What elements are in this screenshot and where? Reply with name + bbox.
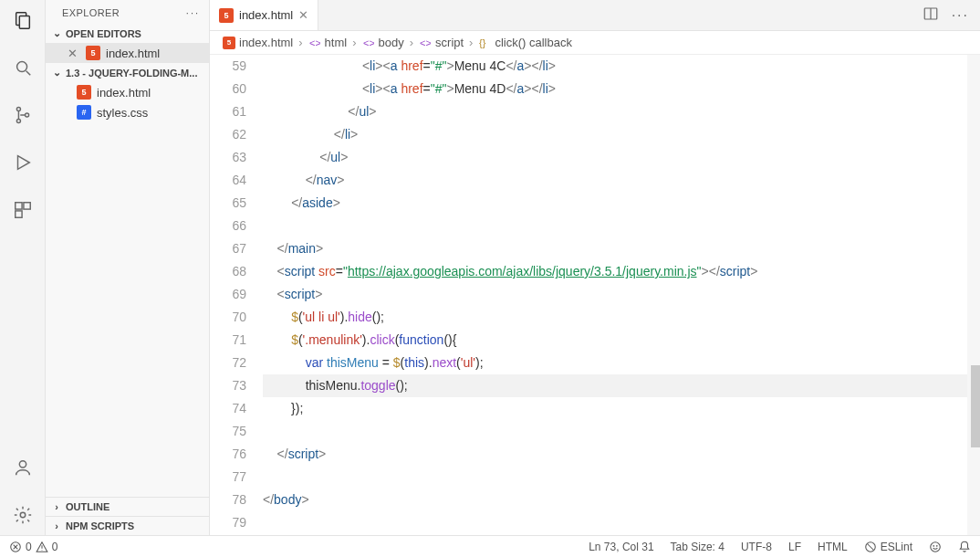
close-icon[interactable]: ✕ — [68, 47, 78, 60]
svg-text:<>: <> — [420, 37, 431, 48]
tag-symbol-icon: <> — [362, 37, 375, 49]
status-encoding[interactable]: UTF-8 — [741, 541, 772, 553]
svg-line-25 — [867, 543, 873, 550]
status-notifications-icon[interactable] — [958, 541, 971, 553]
svg-point-27 — [933, 545, 934, 546]
svg-point-2 — [16, 62, 26, 72]
explorer-icon[interactable] — [10, 7, 36, 33]
account-icon[interactable] — [10, 455, 36, 480]
tag-symbol-icon: <> — [308, 37, 321, 49]
search-icon[interactable] — [10, 55, 36, 80]
editor-tab[interactable]: 5 index.html ✕ — [210, 0, 318, 30]
svg-rect-10 — [15, 211, 21, 217]
breadcrumb-item[interactable]: <> body — [362, 36, 404, 49]
activity-bar — [0, 0, 46, 535]
code-line[interactable]: var thisMenu = $(this).next('ul'); — [263, 352, 967, 374]
code-line[interactable]: <script src="https://ajax.googleapis.com… — [263, 260, 967, 283]
code-line[interactable] — [263, 511, 967, 534]
chevron-right-icon: › — [51, 501, 62, 512]
html-file-icon: 5 — [86, 46, 100, 60]
open-editor-item[interactable]: ✕ 5 index.html — [46, 43, 209, 63]
css-file-icon: # — [77, 105, 91, 120]
folder-section[interactable]: ⌄ 1.3 - JQUERY-FOLDING-M... — [46, 63, 209, 82]
status-problems[interactable]: 0 0 — [9, 541, 57, 553]
code-line[interactable]: </nav> — [263, 169, 967, 192]
code-line[interactable] — [263, 466, 967, 489]
svg-rect-1 — [19, 16, 29, 28]
svg-text:<>: <> — [363, 37, 374, 48]
chevron-down-icon: ⌄ — [51, 27, 62, 39]
status-feedback-icon[interactable] — [929, 541, 942, 553]
file-tree-item[interactable]: # styles.css — [46, 102, 209, 122]
npm-scripts-label: NPM SCRIPTS — [66, 520, 134, 531]
code-line[interactable]: <li><a href="#">Menu 4C</a></li> — [263, 55, 967, 78]
tab-bar: 5 index.html ✕ ··· — [210, 0, 980, 31]
code-line[interactable] — [263, 420, 967, 443]
file-name: styles.css — [97, 106, 148, 120]
code-line[interactable]: </li> — [263, 123, 967, 146]
svg-marker-7 — [17, 156, 29, 170]
code-line[interactable]: </main> — [263, 237, 967, 260]
run-debug-icon[interactable] — [10, 150, 36, 175]
html-file-icon: 5 — [219, 8, 234, 23]
status-language[interactable]: HTML — [818, 541, 848, 553]
open-editor-filename: index.html — [106, 47, 160, 60]
status-bar: 0 0 Ln 73, Col 31 Tab Size: 4 UTF-8 LF H… — [0, 535, 980, 557]
svg-line-3 — [26, 71, 30, 76]
code-line[interactable]: </aside> — [263, 192, 967, 215]
status-cursor-position[interactable]: Ln 73, Col 31 — [589, 541, 653, 553]
explorer-more-icon[interactable]: ··· — [186, 7, 200, 18]
code-line[interactable]: $('ul li ul').hide(); — [263, 306, 967, 329]
svg-point-6 — [25, 113, 28, 117]
chevron-down-icon: ⌄ — [51, 67, 62, 79]
minimap[interactable] — [967, 55, 980, 535]
svg-rect-9 — [23, 203, 29, 209]
tag-symbol-icon: <> — [419, 37, 432, 49]
outline-section[interactable]: › OUTLINE — [46, 497, 209, 516]
svg-rect-8 — [15, 203, 21, 209]
svg-point-28 — [936, 545, 937, 546]
status-eol[interactable]: LF — [788, 541, 801, 553]
svg-point-12 — [20, 512, 26, 518]
chevron-right-icon: › — [410, 36, 413, 49]
explorer-title: EXPLORER — [62, 7, 120, 18]
open-editors-label: OPEN EDITORS — [66, 28, 141, 39]
breadcrumb-item[interactable]: <> script — [419, 36, 464, 49]
code-line[interactable] — [263, 215, 967, 237]
source-control-icon[interactable] — [10, 102, 36, 128]
code-line[interactable]: <script> — [263, 283, 967, 306]
file-name: index.html — [97, 86, 151, 100]
breadcrumb-item[interactable]: <> html — [308, 36, 348, 49]
npm-scripts-section[interactable]: › NPM SCRIPTS — [46, 516, 209, 535]
brace-symbol-icon: {} — [478, 37, 491, 49]
breadcrumb-item[interactable]: 5 index.html — [223, 36, 293, 49]
code-line[interactable]: <li><a href="#">Menu 4D</a></li> — [263, 78, 967, 100]
html-file-icon: 5 — [77, 85, 91, 100]
svg-point-26 — [931, 541, 941, 552]
settings-gear-icon[interactable] — [10, 502, 36, 528]
status-eslint[interactable]: ESLint — [864, 541, 912, 553]
explorer-sidebar: EXPLORER ··· ⌄ OPEN EDITORS ✕ 5 index.ht… — [46, 0, 210, 535]
extensions-icon[interactable] — [10, 197, 36, 223]
close-icon[interactable]: ✕ — [298, 8, 308, 22]
breadcrumbs[interactable]: 5 index.html › <> html › <> body › <> sc… — [210, 31, 980, 55]
more-actions-icon[interactable]: ··· — [952, 7, 969, 24]
open-editors-section[interactable]: ⌄ OPEN EDITORS — [46, 24, 209, 43]
file-tree-item[interactable]: 5 index.html — [46, 82, 209, 102]
chevron-right-icon: › — [469, 36, 473, 49]
code-line[interactable]: thisMenu.toggle(); — [263, 374, 967, 397]
split-editor-icon[interactable] — [923, 5, 939, 26]
status-tab-size[interactable]: Tab Size: 4 — [671, 541, 725, 553]
code-line[interactable]: </ul> — [263, 100, 967, 123]
svg-point-5 — [16, 119, 20, 122]
code-line[interactable]: </body> — [263, 489, 967, 511]
code-line[interactable]: </script> — [263, 443, 967, 466]
code-editor[interactable]: 5960616263646566676869707172737475767778… — [210, 55, 980, 535]
code-line[interactable]: $('.menulink').click(function(){ — [263, 329, 967, 352]
folder-label: 1.3 - JQUERY-FOLDING-M... — [66, 68, 197, 79]
svg-text:<>: <> — [309, 37, 320, 48]
code-line[interactable]: }); — [263, 397, 967, 420]
code-line[interactable]: </ul> — [263, 146, 967, 169]
breadcrumb-item[interactable]: {} click() callback — [478, 36, 572, 49]
svg-point-11 — [19, 461, 26, 468]
